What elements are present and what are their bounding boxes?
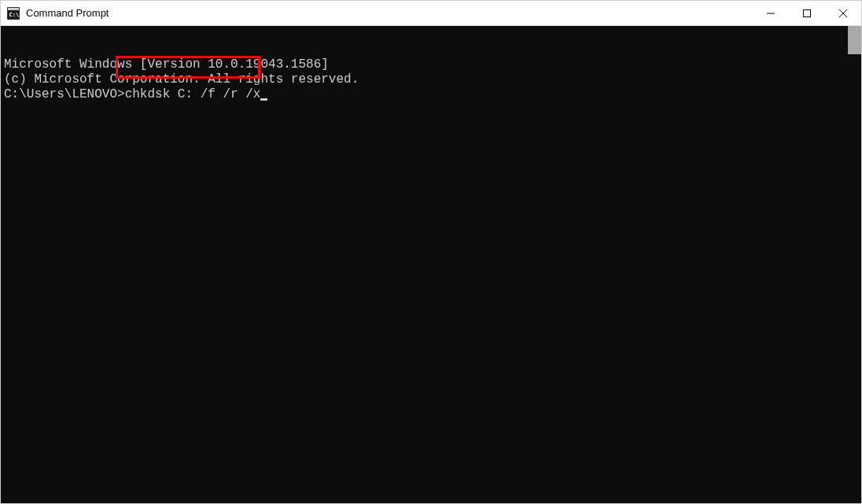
terminal-prompt-line: C:\Users\LENOVO>chkdsk C: /f /r /x bbox=[4, 87, 848, 102]
titlebar[interactable]: C:\ Command Prompt bbox=[1, 1, 861, 26]
svg-rect-4 bbox=[804, 9, 811, 17]
terminal[interactable]: Microsoft Windows [Version 10.0.19043.15… bbox=[1, 26, 848, 503]
terminal-output-line: Microsoft Windows [Version 10.0.19043.15… bbox=[4, 57, 848, 72]
terminal-prompt: C:\Users\LENOVO> bbox=[4, 87, 125, 101]
terminal-command: chkdsk C: /f /r /x bbox=[125, 87, 261, 101]
svg-text:C:\: C:\ bbox=[9, 11, 20, 17]
minimize-icon bbox=[767, 9, 775, 17]
terminal-area: Microsoft Windows [Version 10.0.19043.15… bbox=[1, 26, 861, 503]
command-prompt-window: C:\ Command Prompt bbox=[0, 0, 862, 504]
cmd-icon: C:\ bbox=[7, 7, 20, 20]
terminal-cursor bbox=[260, 98, 267, 101]
close-icon bbox=[839, 9, 847, 17]
maximize-button[interactable] bbox=[789, 1, 825, 25]
window-title: Command Prompt bbox=[26, 7, 753, 19]
minimize-button[interactable] bbox=[753, 1, 789, 25]
scrollbar-thumb[interactable] bbox=[848, 26, 861, 54]
svg-rect-1 bbox=[8, 8, 19, 10]
vertical-scrollbar[interactable] bbox=[848, 26, 861, 503]
close-button[interactable] bbox=[825, 1, 861, 25]
maximize-icon bbox=[803, 9, 811, 17]
terminal-output-line: (c) Microsoft Corporation. All rights re… bbox=[4, 72, 848, 87]
window-controls bbox=[753, 1, 861, 25]
